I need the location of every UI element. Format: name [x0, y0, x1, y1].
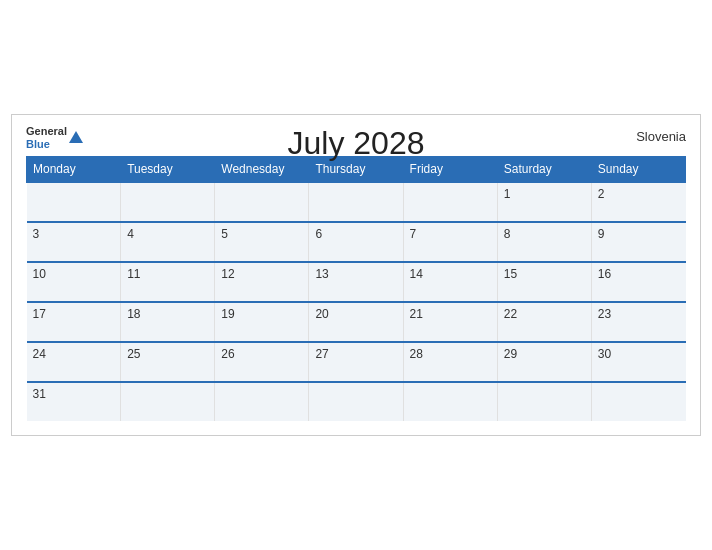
- calendar-cell: 23: [591, 302, 685, 342]
- day-number: 8: [504, 227, 511, 241]
- calendar-week-row: 10111213141516: [27, 262, 686, 302]
- day-number: 9: [598, 227, 605, 241]
- day-number: 5: [221, 227, 228, 241]
- calendar-title: July 2028: [288, 125, 425, 162]
- logo-general-text: General: [26, 125, 67, 137]
- calendar-cell: [591, 382, 685, 421]
- calendar-cell: 4: [121, 222, 215, 262]
- calendar-cell: 26: [215, 342, 309, 382]
- calendar-cell: 25: [121, 342, 215, 382]
- calendar-cell: 14: [403, 262, 497, 302]
- day-number: 6: [315, 227, 322, 241]
- col-tuesday: Tuesday: [121, 156, 215, 182]
- calendar-week-row: 31: [27, 382, 686, 421]
- day-number: 7: [410, 227, 417, 241]
- day-number: 30: [598, 347, 611, 361]
- day-number: 31: [33, 387, 46, 401]
- calendar-cell: 8: [497, 222, 591, 262]
- calendar-grid: Monday Tuesday Wednesday Thursday Friday…: [26, 156, 686, 421]
- day-number: 18: [127, 307, 140, 321]
- day-number: 23: [598, 307, 611, 321]
- day-number: 15: [504, 267, 517, 281]
- day-number: 10: [33, 267, 46, 281]
- calendar-cell: 19: [215, 302, 309, 342]
- col-monday: Monday: [27, 156, 121, 182]
- calendar-body: 1234567891011121314151617181920212223242…: [27, 182, 686, 421]
- calendar-cell: 5: [215, 222, 309, 262]
- calendar-cell: 21: [403, 302, 497, 342]
- calendar-cell: 10: [27, 262, 121, 302]
- calendar-cell: [215, 382, 309, 421]
- calendar-week-row: 24252627282930: [27, 342, 686, 382]
- calendar-cell: 13: [309, 262, 403, 302]
- calendar-header: General Blue July 2028 Slovenia: [26, 125, 686, 149]
- calendar-cell: 31: [27, 382, 121, 421]
- day-number: 4: [127, 227, 134, 241]
- calendar-cell: 24: [27, 342, 121, 382]
- day-number: 19: [221, 307, 234, 321]
- col-saturday: Saturday: [497, 156, 591, 182]
- calendar-cell: 27: [309, 342, 403, 382]
- logo-triangle-icon: [69, 131, 83, 143]
- day-number: 20: [315, 307, 328, 321]
- calendar-cell: [121, 182, 215, 222]
- calendar-cell: 7: [403, 222, 497, 262]
- day-number: 11: [127, 267, 140, 281]
- day-number: 2: [598, 187, 605, 201]
- logo: General Blue: [26, 125, 85, 149]
- calendar-cell: 11: [121, 262, 215, 302]
- logo-blue-text: Blue: [26, 138, 67, 150]
- calendar-cell: 17: [27, 302, 121, 342]
- calendar-cell: [403, 182, 497, 222]
- calendar-cell: 20: [309, 302, 403, 342]
- country-label: Slovenia: [636, 129, 686, 144]
- day-number: 14: [410, 267, 423, 281]
- calendar-cell: 12: [215, 262, 309, 302]
- day-number: 16: [598, 267, 611, 281]
- calendar-cell: [121, 382, 215, 421]
- day-number: 17: [33, 307, 46, 321]
- day-number: 24: [33, 347, 46, 361]
- calendar-cell: 9: [591, 222, 685, 262]
- calendar-cell: 15: [497, 262, 591, 302]
- calendar-cell: 29: [497, 342, 591, 382]
- calendar-cell: 18: [121, 302, 215, 342]
- calendar-cell: 2: [591, 182, 685, 222]
- calendar-cell: 30: [591, 342, 685, 382]
- calendar-cell: [309, 182, 403, 222]
- col-sunday: Sunday: [591, 156, 685, 182]
- day-number: 13: [315, 267, 328, 281]
- day-number: 29: [504, 347, 517, 361]
- calendar-cell: 3: [27, 222, 121, 262]
- calendar-cell: 22: [497, 302, 591, 342]
- day-number: 1: [504, 187, 511, 201]
- day-number: 12: [221, 267, 234, 281]
- calendar-cell: [215, 182, 309, 222]
- calendar-cell: [403, 382, 497, 421]
- calendar-week-row: 3456789: [27, 222, 686, 262]
- day-number: 22: [504, 307, 517, 321]
- calendar-cell: 6: [309, 222, 403, 262]
- day-number: 3: [33, 227, 40, 241]
- calendar-container: General Blue July 2028 Slovenia Monday T…: [11, 114, 701, 435]
- calendar-week-row: 12: [27, 182, 686, 222]
- day-number: 21: [410, 307, 423, 321]
- calendar-cell: [497, 382, 591, 421]
- calendar-week-row: 17181920212223: [27, 302, 686, 342]
- day-number: 27: [315, 347, 328, 361]
- calendar-cell: 1: [497, 182, 591, 222]
- calendar-cell: [309, 382, 403, 421]
- day-number: 25: [127, 347, 140, 361]
- day-number: 28: [410, 347, 423, 361]
- calendar-cell: 28: [403, 342, 497, 382]
- day-number: 26: [221, 347, 234, 361]
- calendar-cell: 16: [591, 262, 685, 302]
- calendar-cell: [27, 182, 121, 222]
